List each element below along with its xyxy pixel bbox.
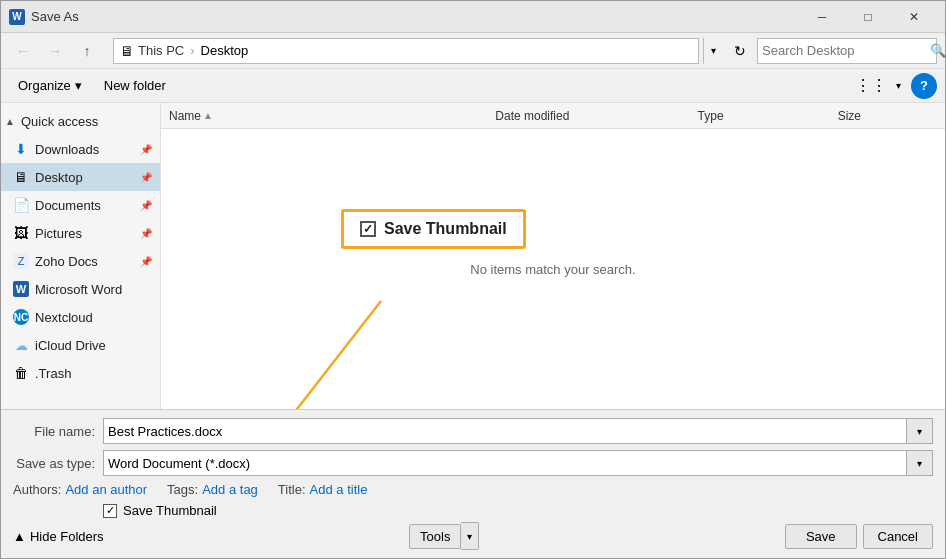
sidebar-item-icloud[interactable]: ☁ iCloud Drive — [1, 331, 160, 359]
search-box: 🔍 — [757, 38, 937, 64]
sidebar-item-documents[interactable]: 📄 Documents 📌 — [1, 191, 160, 219]
main-content: ▲ Quick access ⬇ Downloads 📌 🖥 Desktop 📌… — [1, 103, 945, 409]
address-sep1: › — [190, 43, 194, 58]
svg-line-0 — [266, 301, 381, 409]
address-icon: 🖥 — [120, 43, 134, 59]
address-dropdown-button[interactable]: ▾ — [703, 38, 723, 64]
annotation-label: Save Thumbnail — [384, 220, 507, 238]
filename-row: File name: ▾ — [13, 418, 933, 444]
filename-input[interactable] — [103, 418, 907, 444]
sidebar-item-label-zoho-docs: Zoho Docs — [35, 254, 98, 269]
sidebar: ▲ Quick access ⬇ Downloads 📌 🖥 Desktop 📌… — [1, 103, 161, 409]
forward-button[interactable]: → — [41, 37, 69, 65]
sidebar-item-label-word: Microsoft Word — [35, 282, 122, 297]
pin-icon-documents: 📌 — [140, 200, 152, 211]
title-label: Title: — [278, 482, 306, 497]
search-input[interactable] — [762, 43, 930, 58]
authors-item: Authors: Add an author — [13, 482, 147, 497]
dialog-title: Save As — [31, 9, 799, 24]
zoho-docs-icon: Z — [13, 253, 29, 269]
no-items-message: No items match your search. — [470, 262, 635, 277]
organize-label: Organize — [18, 78, 71, 93]
sidebar-item-label-trash: .Trash — [35, 366, 71, 381]
footer-buttons: ▲ Hide Folders Tools ▾ Save Cancel — [13, 522, 933, 550]
bottom-section: File name: ▾ Save as type: ▾ Authors: Ad… — [1, 409, 945, 558]
up-button[interactable]: ↑ — [73, 37, 101, 65]
save-button[interactable]: Save — [785, 524, 857, 549]
sidebar-item-quick-access[interactable]: ▲ Quick access — [1, 107, 160, 135]
tags-item: Tags: Add a tag — [167, 482, 258, 497]
title-item: Title: Add a title — [278, 482, 368, 497]
sidebar-item-label-downloads: Downloads — [35, 142, 99, 157]
file-list-body: No items match your search. ✓ Save Thumb… — [161, 129, 945, 409]
nextcloud-icon: NC — [13, 309, 29, 325]
sidebar-item-nextcloud[interactable]: NC Nextcloud — [1, 303, 160, 331]
col-header-name[interactable]: Name ▲ — [161, 105, 487, 127]
pictures-icon: 🖼 — [13, 225, 29, 241]
file-list-header: Name ▲ Date modified Type Size — [161, 103, 945, 129]
save-thumbnail-label[interactable]: ✓ Save Thumbnail — [103, 503, 217, 518]
close-button[interactable]: ✕ — [891, 1, 937, 33]
sidebar-item-label-documents: Documents — [35, 198, 101, 213]
minimize-button[interactable]: ─ — [799, 1, 845, 33]
help-button[interactable]: ? — [911, 73, 937, 99]
tags-label: Tags: — [167, 482, 198, 497]
address-toolbar: ← → ↑ 🖥 This PC › Desktop ▾ ↻ 🔍 — [1, 33, 945, 69]
maximize-button[interactable]: □ — [845, 1, 891, 33]
sidebar-item-pictures[interactable]: 🖼 Pictures 📌 — [1, 219, 160, 247]
address-this-pc: This PC — [138, 43, 184, 58]
col-header-size[interactable]: Size — [830, 105, 945, 127]
organize-arrow: ▾ — [75, 78, 82, 93]
new-folder-button[interactable]: New folder — [95, 73, 175, 98]
sidebar-item-zoho-docs[interactable]: Z Zoho Docs 📌 — [1, 247, 160, 275]
hide-folders-row[interactable]: ▲ Hide Folders — [13, 525, 104, 548]
pin-icon-pictures: 📌 — [140, 228, 152, 239]
file-list: Name ▲ Date modified Type Size No items … — [161, 103, 945, 409]
authors-link[interactable]: Add an author — [65, 482, 147, 497]
sidebar-item-label-pictures: Pictures — [35, 226, 82, 241]
col-header-type[interactable]: Type — [690, 105, 830, 127]
col-header-date[interactable]: Date modified — [487, 105, 689, 127]
annotation-checkbox-icon: ✓ — [360, 221, 376, 237]
view-dropdown-button[interactable]: ▾ — [889, 72, 907, 100]
icloud-icon: ☁ — [13, 337, 29, 353]
sidebar-item-desktop[interactable]: 🖥 Desktop 📌 — [1, 163, 160, 191]
view-button[interactable]: ⋮⋮ — [857, 72, 885, 100]
back-button[interactable]: ← — [9, 37, 37, 65]
sidebar-item-label-quick-access: Quick access — [21, 114, 98, 129]
search-icon: 🔍 — [930, 43, 946, 58]
sidebar-item-label-icloud: iCloud Drive — [35, 338, 106, 353]
desktop-icon: 🖥 — [13, 169, 29, 185]
downloads-icon: ⬇ — [13, 141, 29, 157]
pin-icon-downloads: 📌 — [140, 144, 152, 155]
tools-button[interactable]: Tools — [409, 524, 461, 549]
filename-label: File name: — [13, 424, 103, 439]
refresh-button[interactable]: ↻ — [727, 38, 753, 64]
address-bar[interactable]: 🖥 This PC › Desktop — [113, 38, 699, 64]
trash-icon: 🗑 — [13, 365, 29, 381]
filename-dropdown-button[interactable]: ▾ — [907, 418, 933, 444]
savetype-input[interactable] — [103, 450, 907, 476]
sidebar-item-downloads[interactable]: ⬇ Downloads 📌 — [1, 135, 160, 163]
tags-link[interactable]: Add a tag — [202, 482, 258, 497]
sidebar-item-label-nextcloud: Nextcloud — [35, 310, 93, 325]
savetype-label: Save as type: — [13, 456, 103, 471]
authors-label: Authors: — [13, 482, 61, 497]
cancel-button[interactable]: Cancel — [863, 524, 933, 549]
app-icon: W — [9, 9, 25, 25]
documents-icon: 📄 — [13, 197, 29, 213]
organize-button[interactable]: Organize ▾ — [9, 73, 91, 98]
pin-icon-zoho: 📌 — [140, 256, 152, 267]
sidebar-item-word[interactable]: W Microsoft Word — [1, 275, 160, 303]
tools-arrow-button[interactable]: ▾ — [461, 522, 479, 550]
collapse-arrow: ▲ — [13, 529, 26, 544]
window-controls: ─ □ ✕ — [799, 1, 937, 33]
hide-folders-label: Hide Folders — [30, 529, 104, 544]
sidebar-item-trash[interactable]: 🗑 .Trash — [1, 359, 160, 387]
address-current: Desktop — [201, 43, 249, 58]
savetype-dropdown-button[interactable]: ▾ — [907, 450, 933, 476]
save-thumbnail-checkbox[interactable]: ✓ — [103, 504, 117, 518]
title-link[interactable]: Add a title — [310, 482, 368, 497]
name-sort-icon: ▲ — [203, 110, 213, 121]
pin-icon-desktop: 📌 — [140, 172, 152, 183]
